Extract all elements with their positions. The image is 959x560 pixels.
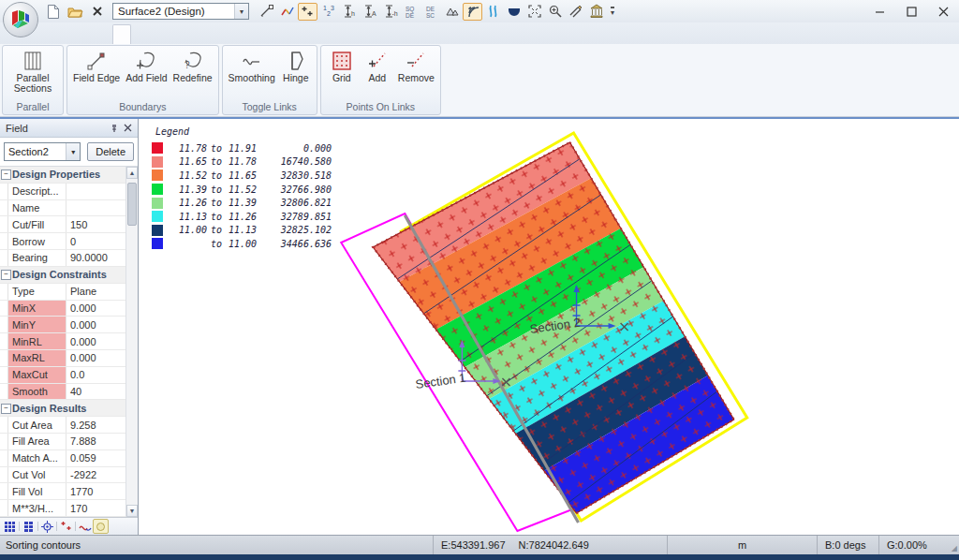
chevron-down-icon[interactable]: ▾ (234, 4, 248, 19)
menu-item[interactable] (215, 24, 232, 44)
property-row[interactable]: Design Properties (0, 167, 125, 184)
menu-item[interactable] (300, 24, 317, 44)
hatch-icon[interactable] (566, 3, 585, 21)
hinge-button[interactable]: Hinge (278, 48, 314, 84)
property-row[interactable]: Type Plane (0, 284, 125, 301)
menu-item[interactable] (165, 24, 182, 44)
property-row[interactable]: Name (0, 200, 125, 217)
pin-icon[interactable] (108, 122, 121, 135)
property-row[interactable]: Design Results (0, 400, 125, 417)
property-value[interactable]: 0.000 (66, 350, 125, 366)
property-value[interactable]: 9.258 (66, 417, 125, 433)
zoom-extents-icon[interactable] (524, 3, 544, 21)
property-value[interactable]: 150 (66, 216, 125, 232)
property-value[interactable] (66, 184, 125, 199)
set-height-icon[interactable]: h (339, 3, 359, 21)
property-value[interactable]: 0.059 (66, 450, 125, 466)
property-value[interactable] (66, 200, 125, 216)
de-sc-icon[interactable]: DESC (421, 3, 441, 21)
grid-scrollbar[interactable]: ▲ ▼ (125, 167, 138, 517)
resize-grip[interactable]: ◢ (946, 536, 959, 554)
triangulate-icon[interactable] (442, 3, 462, 21)
menu-item[interactable] (283, 24, 300, 44)
menu-item[interactable] (249, 24, 266, 44)
property-value[interactable]: 0 (66, 233, 125, 249)
property-row[interactable]: MinY 0.000 (0, 317, 125, 333)
property-row[interactable]: Descript... (0, 184, 125, 200)
property-row[interactable]: Cut/Fill 150 (0, 216, 125, 233)
property-row[interactable]: Bearing 90.0000 (0, 250, 125, 267)
property-value[interactable]: 0.0 (66, 367, 125, 383)
toolbar-overflow-icon[interactable]: ▾ (611, 7, 614, 16)
chevron-down-icon[interactable]: ▾ (66, 143, 80, 160)
remove-link-points-button[interactable]: Remove (395, 48, 437, 84)
menu-item[interactable] (62, 24, 79, 44)
active-tool-icon[interactable] (93, 519, 109, 534)
property-row[interactable]: MinX 0.000 (0, 301, 125, 317)
property-row[interactable]: Match A... 0.059 (0, 450, 125, 467)
numbering-icon[interactable]: 123 (318, 3, 338, 21)
property-value[interactable]: 40 (66, 384, 125, 400)
section-curve-icon[interactable] (77, 519, 93, 534)
property-row[interactable]: Cut Area 9.258 (0, 417, 125, 434)
colored-polyline-icon[interactable] (277, 3, 297, 21)
menu-item[interactable] (45, 24, 62, 44)
pencil-line-icon[interactable] (257, 3, 276, 21)
new-document-icon[interactable] (43, 3, 62, 20)
menu-item[interactable] (232, 24, 249, 44)
app-logo[interactable] (3, 2, 38, 37)
close-panel-icon[interactable] (121, 122, 134, 135)
property-row[interactable]: Design Constraints (0, 267, 125, 284)
flow-lines-icon[interactable] (483, 3, 503, 21)
maximize-button[interactable] (895, 1, 927, 22)
property-value[interactable]: 1770 (66, 483, 125, 499)
property-row[interactable]: Smooth 40 (0, 384, 125, 401)
menu-item[interactable] (182, 24, 199, 44)
contours-icon[interactable] (463, 3, 482, 21)
smoothing-button[interactable]: Smoothing (226, 48, 278, 84)
property-value[interactable]: Plane (66, 284, 125, 300)
property-row[interactable]: Fill Area 7.888 (0, 434, 125, 450)
menu-item[interactable] (199, 24, 215, 44)
set-height-h-icon[interactable]: -h (380, 3, 400, 21)
grid-view-icon[interactable] (2, 519, 18, 534)
property-value[interactable]: -2922 (66, 467, 125, 483)
document-selector[interactable]: Surface2 (Design) ▾ (112, 3, 249, 20)
property-value[interactable]: 7.888 (66, 434, 125, 449)
property-row[interactable]: MaxCut 0.0 (0, 367, 125, 384)
close-button[interactable] (927, 1, 959, 22)
sq-de-icon[interactable]: SQDE (401, 3, 420, 21)
menu-item[interactable] (96, 24, 112, 44)
columns-view-icon[interactable] (21, 519, 37, 534)
property-value[interactable]: 0.000 (66, 317, 125, 332)
add-link-points-button[interactable]: Add (360, 48, 395, 84)
catchment-icon[interactable] (504, 3, 524, 21)
add-points-red-icon[interactable] (58, 519, 74, 534)
menu-item[interactable] (266, 24, 283, 44)
property-value[interactable]: 0.000 (66, 301, 125, 317)
property-row[interactable]: MinRL 0.000 (0, 333, 125, 350)
scroll-up-icon[interactable]: ▲ (126, 167, 138, 179)
property-value[interactable]: 170 (66, 500, 125, 516)
field-edge-button[interactable]: Field Edge (70, 48, 123, 84)
section-selector[interactable]: Section2 ▾ (4, 142, 81, 161)
property-row[interactable]: Cut Vol -2922 (0, 467, 125, 484)
delete-button[interactable]: Delete (87, 142, 134, 161)
add-points-icon[interactable] (298, 3, 317, 21)
parallel-sections-button[interactable]: Parallel Sections (6, 48, 60, 95)
property-row[interactable]: MaxRL 0.000 (0, 350, 125, 367)
add-field-button[interactable]: Add Field (123, 48, 170, 84)
drawing-canvas[interactable]: Legend 11.78 to 11.91 0.000 11.65 to 11.… (139, 119, 959, 535)
close-document-icon[interactable] (88, 3, 107, 20)
property-row[interactable]: Borrow 0 (0, 233, 125, 250)
benchmark-icon[interactable] (586, 3, 606, 21)
redefine-button[interactable]: ? Redefine (170, 48, 215, 84)
menu-item[interactable] (148, 24, 165, 44)
minimize-button[interactable] (863, 1, 895, 22)
scroll-down-icon[interactable]: ▼ (126, 505, 138, 517)
property-value[interactable]: 0.000 (66, 333, 125, 349)
menu-item[interactable] (79, 24, 96, 44)
zoom-window-icon[interactable] (545, 3, 565, 21)
grid-points-button[interactable]: Grid (324, 48, 360, 84)
property-row[interactable]: M**3/H... 170 (0, 500, 125, 517)
